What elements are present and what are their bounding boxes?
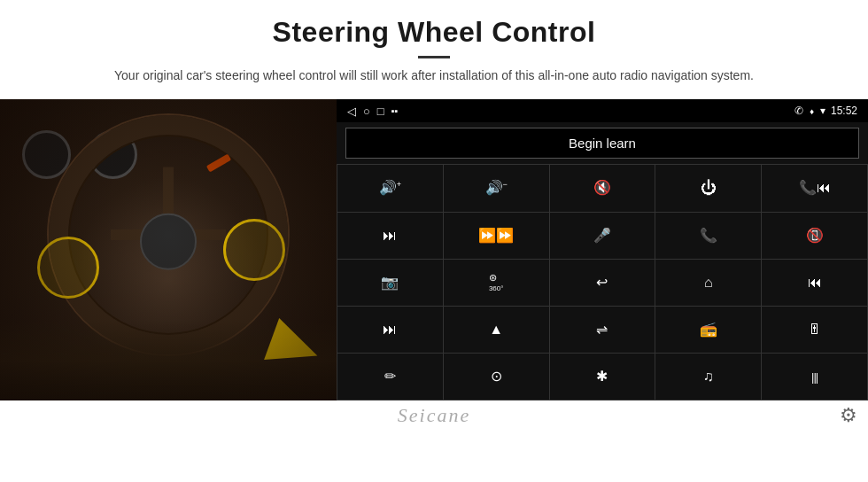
begin-learn-row: Begin learn — [337, 122, 868, 164]
back-button[interactable]: ↩ — [550, 260, 655, 306]
gauge-left — [22, 130, 71, 179]
page-title: Steering Wheel Control — [53, 16, 815, 49]
radio-button[interactable]: 📻 — [655, 307, 761, 353]
status-bar: ◁ ○ □ ▪▪ ✆ ⬧ ▾ 15:52 — [337, 99, 868, 122]
vol-down-icon: 🔊− — [485, 181, 508, 195]
swap-button[interactable]: ⇌ — [550, 307, 655, 353]
fast-forward-icon: ⏩⏩ — [478, 229, 514, 243]
begin-learn-button[interactable]: Begin learn — [345, 128, 859, 159]
status-right: ✆ ⬧ ▾ 15:52 — [794, 105, 857, 117]
mic-button[interactable]: 🎤 — [550, 213, 655, 259]
pen-icon: ✏ — [384, 369, 396, 384]
music-icon: ♫ — [703, 369, 714, 384]
forward-skip-button[interactable]: ⏭ — [337, 307, 443, 353]
360-button[interactable]: ⊛360° — [444, 260, 549, 306]
home-icon: ⌂ — [704, 276, 713, 290]
callout-right — [223, 219, 285, 281]
phone-icon: ✆ — [794, 105, 803, 117]
prev-track-button[interactable]: 📞⏮ — [762, 165, 867, 211]
wifi-icon: ▾ — [820, 105, 825, 117]
home-button[interactable]: ⌂ — [655, 260, 761, 306]
nav-arrow-icon: ▲ — [489, 323, 503, 337]
steering-wheel-image — [0, 99, 337, 400]
camera-button[interactable]: 📷 — [337, 260, 443, 306]
subtitle: Your original car's steering wheel contr… — [97, 66, 771, 85]
page-wrapper: Steering Wheel Control Your original car… — [0, 0, 868, 482]
eq-icon: 🎚 — [808, 323, 822, 337]
power-button[interactable]: ⏻ — [655, 165, 761, 211]
mute-icon: 🔇 — [593, 181, 611, 195]
forward-skip-icon: ⏭ — [383, 323, 397, 337]
callout-left — [37, 237, 99, 299]
brand-logo: Seicane — [398, 404, 470, 426]
mute-button[interactable]: 🔇 — [550, 165, 655, 211]
right-panel: ◁ ○ □ ▪▪ ✆ ⬧ ▾ 15:52 Begin learn — [337, 99, 868, 400]
nav-home-icon[interactable]: ○ — [363, 105, 370, 118]
yellow-arrow — [264, 318, 325, 377]
next-button[interactable]: ⏭ — [337, 213, 443, 259]
call-button[interactable]: 📞 — [655, 213, 761, 259]
signal-icon: ▪▪ — [391, 105, 399, 116]
nav-arrow-button[interactable]: ▲ — [444, 307, 549, 353]
music-button[interactable]: ♫ — [655, 354, 761, 400]
power-icon: ⏻ — [701, 180, 717, 196]
vol-down-button[interactable]: 🔊− — [444, 165, 549, 211]
clock: 15:52 — [831, 105, 857, 117]
location-icon: ⬧ — [809, 105, 815, 117]
fast-forward-button[interactable]: ⏩⏩ — [444, 213, 549, 259]
nav-recent-icon[interactable]: □ — [377, 105, 384, 118]
vol-up-button[interactable]: 🔊+ — [337, 165, 443, 211]
control-grid: 🔊+ 🔊− 🔇 ⏻ 📞⏮ ⏭ ⏩⏩ — [337, 164, 868, 400]
back-icon: ↩ — [596, 276, 608, 290]
status-left: ◁ ○ □ ▪▪ — [347, 105, 399, 118]
skip-next-icon: ⏭ — [383, 229, 397, 243]
settings-gear-icon[interactable]: ⚙ — [840, 404, 857, 427]
circle-button[interactable]: ⊙ — [444, 354, 549, 400]
prev-track-icon: 📞⏮ — [799, 181, 831, 195]
bluetooth-button[interactable]: ✱ — [550, 354, 655, 400]
mic-icon: 🎤 — [593, 229, 611, 243]
pen-button[interactable]: ✏ — [337, 354, 443, 400]
call-icon: 📞 — [700, 229, 717, 243]
sw-stripe — [206, 154, 231, 173]
end-call-icon: 📵 — [806, 229, 824, 243]
bars-button[interactable]: ||| — [762, 354, 867, 400]
title-divider — [418, 56, 450, 58]
arrow-container — [270, 325, 319, 369]
content-row: ◁ ○ □ ▪▪ ✆ ⬧ ▾ 15:52 Begin learn — [0, 99, 868, 400]
header-section: Steering Wheel Control Your original car… — [0, 0, 868, 94]
bottom-bar: Seicane ⚙ — [0, 400, 868, 431]
end-call-button[interactable]: 📵 — [762, 213, 867, 259]
camera-icon: 📷 — [381, 276, 399, 290]
vol-up-icon: 🔊+ — [379, 181, 401, 195]
nav-back-icon[interactable]: ◁ — [347, 105, 356, 118]
circle-icon: ⊙ — [491, 369, 502, 384]
bluetooth-icon: ✱ — [596, 369, 608, 384]
rewind-icon: ⏮ — [808, 276, 822, 290]
bars-icon: ||| — [811, 371, 818, 383]
eq-button[interactable]: 🎚 — [762, 307, 867, 353]
360-icon: ⊛360° — [489, 273, 504, 292]
radio-icon: 📻 — [700, 323, 717, 337]
rewind-button[interactable]: ⏮ — [762, 260, 867, 306]
swap-icon: ⇌ — [596, 323, 608, 337]
sw-hub — [140, 214, 197, 270]
